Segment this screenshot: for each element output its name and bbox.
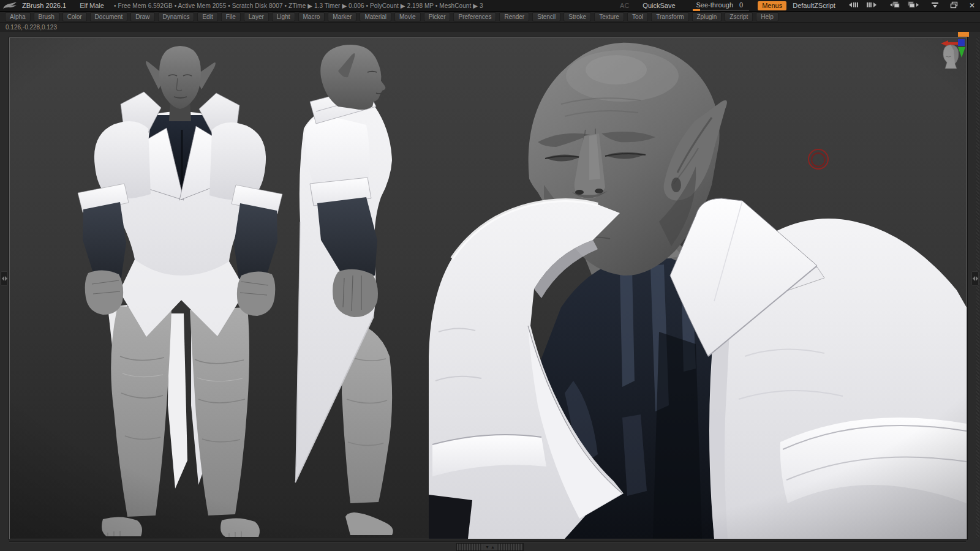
zbrush-logo-icon — [2, 2, 17, 10]
quicksave-button[interactable]: QuickSave — [643, 2, 675, 9]
menu-stencil[interactable]: Stencil — [532, 12, 560, 21]
divider-left-arrow-icon — [973, 276, 975, 281]
see-through-slider[interactable]: See-through 0 — [693, 1, 750, 10]
menu-preferences[interactable]: Preferences — [453, 12, 496, 21]
tray-left-icon[interactable] — [848, 1, 859, 10]
sculpt-viewport[interactable] — [9, 37, 967, 539]
scrollbar-arrows[interactable]: ▼ ▲ — [483, 544, 497, 550]
menu-tool[interactable]: Tool — [627, 12, 648, 21]
window-close-icon[interactable]: ✕ — [969, 1, 975, 10]
window-cascade-right-icon[interactable] — [908, 1, 920, 10]
memory-stats: • Free Mem 6.592GB • Active Mem 2055 • S… — [114, 2, 483, 9]
menubar: Alpha Brush Color Document Draw Dynamics… — [0, 12, 980, 23]
right-tray-divider[interactable] — [971, 271, 979, 286]
menu-edit[interactable]: Edit — [197, 12, 217, 21]
canvas-bottom-groove — [9, 541, 966, 542]
menu-stroke[interactable]: Stroke — [564, 12, 591, 21]
app-title: ZBrush 2026.1 — [22, 2, 66, 9]
menus-toggle-button[interactable]: Menus — [758, 1, 786, 10]
tray-right-icon[interactable] — [866, 1, 877, 10]
status-row: 0.126,-0.228,0.123 — [0, 23, 980, 32]
menu-alpha[interactable]: Alpha — [5, 12, 31, 21]
window-cascade-left-icon[interactable] — [888, 1, 900, 10]
menu-file[interactable]: File — [221, 12, 241, 21]
divider-left-arrow-icon — [2, 276, 4, 281]
menu-macro[interactable]: Macro — [298, 12, 325, 21]
menu-transform[interactable]: Transform — [651, 12, 688, 21]
menu-picker[interactable]: Picker — [424, 12, 451, 21]
ac-indicator: AC — [620, 2, 629, 9]
scroll-up-icon: ▲ — [491, 545, 495, 549]
menu-render[interactable]: Render — [499, 12, 529, 21]
scroll-down-icon: ▼ — [485, 545, 489, 549]
document-name: Elf Male — [80, 2, 104, 9]
menu-brush[interactable]: Brush — [34, 12, 59, 21]
menu-marker[interactable]: Marker — [328, 12, 356, 21]
menu-help[interactable]: Help — [756, 12, 778, 21]
viewport-scene[interactable] — [10, 38, 967, 539]
menu-texture[interactable]: Texture — [594, 12, 624, 21]
menu-color[interactable]: Color — [62, 12, 87, 21]
menu-material[interactable]: Material — [360, 12, 391, 21]
menu-movie[interactable]: Movie — [394, 12, 421, 21]
titlebar: ZBrush 2026.1 Elf Male • Free Mem 6.592G… — [0, 0, 980, 12]
menu-document[interactable]: Document — [90, 12, 128, 21]
divider-right-arrow-icon — [976, 276, 978, 281]
canvas-horizontal-scrollbar[interactable]: ▼ ▲ — [456, 543, 524, 551]
menu-layer[interactable]: Layer — [244, 12, 269, 21]
right-tray-texture — [976, 37, 979, 538]
cursor-coordinates: 0.126,-0.228,0.123 — [6, 24, 57, 31]
default-zscript-button[interactable]: DefaultZScript — [793, 2, 835, 9]
menu-zplugin[interactable]: Zplugin — [692, 12, 722, 21]
menu-dynamics[interactable]: Dynamics — [158, 12, 195, 21]
document-loading-bar — [958, 32, 969, 37]
see-through-value: 0 — [739, 1, 743, 9]
divider-right-arrow-icon — [5, 276, 7, 281]
menu-draw[interactable]: Draw — [130, 12, 154, 21]
see-through-slider-tick — [693, 9, 700, 11]
see-through-label: See-through — [696, 1, 734, 9]
window-restore-icon[interactable] — [950, 1, 958, 10]
dock-minimize-icon[interactable] — [931, 2, 939, 10]
left-tray-divider[interactable] — [1, 271, 8, 286]
menu-light[interactable]: Light — [272, 12, 295, 21]
menu-zscript[interactable]: Zscript — [725, 12, 753, 21]
